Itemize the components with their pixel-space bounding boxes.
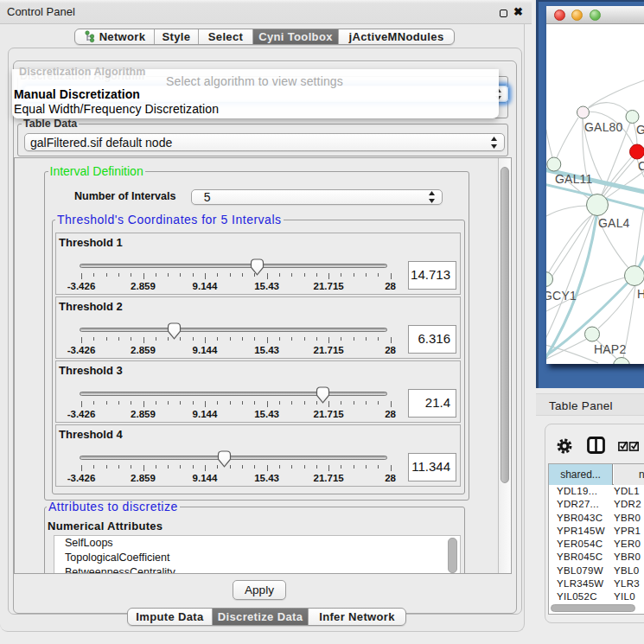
svg-text:GAL4: GAL4 [598, 216, 630, 230]
svg-text:HAP2: HAP2 [594, 342, 626, 356]
svg-text:GAL11: GAL11 [555, 172, 593, 186]
svg-text:GCY1: GCY1 [546, 289, 577, 303]
svg-text:C: C [638, 159, 644, 173]
svg-text:GAL80: GAL80 [584, 120, 623, 134]
svg-text:H: H [637, 287, 644, 301]
svg-text:G: G [636, 123, 644, 137]
